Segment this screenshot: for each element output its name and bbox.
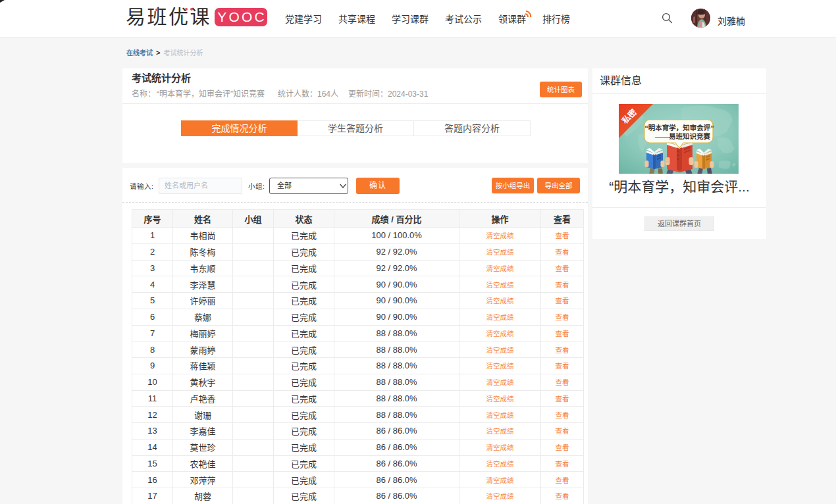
svg-text:“明本育学，知审会评”: “明本育学，知审会评” <box>645 124 714 132</box>
svg-text:——易班知识竞赛: ——易班知识竞赛 <box>654 132 710 140</box>
